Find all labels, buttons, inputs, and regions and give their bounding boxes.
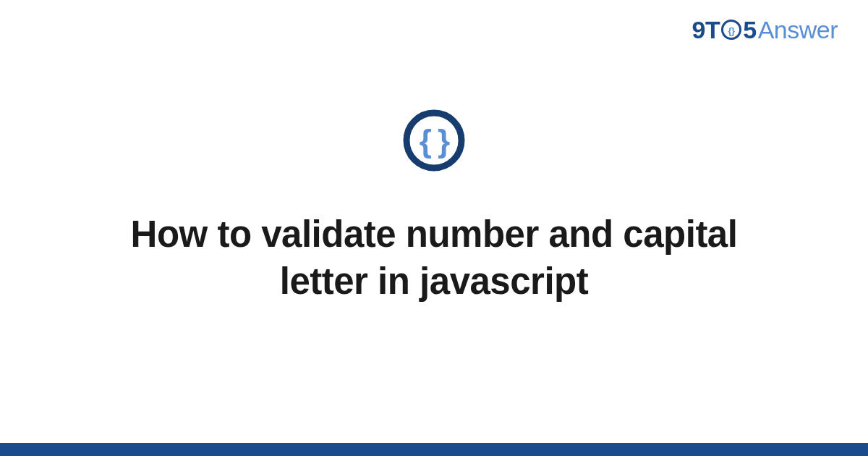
main-content: { } How to validate number and capital l… [0,0,868,456]
svg-text:{}: {} [728,25,736,36]
logo-braces-icon: {} [720,19,742,41]
braces-circle-icon: { } [401,108,467,176]
svg-text:{ }: { } [420,123,450,159]
site-header: 9T {} 5 Answer [692,16,838,44]
logo-text-5: 5 [743,16,756,44]
footer-accent-bar [0,443,868,456]
logo-text-9t: 9T [692,16,720,44]
page-title: How to validate number and capital lette… [123,211,745,305]
site-logo: 9T {} 5 Answer [692,16,838,44]
logo-text-answer: Answer [758,16,838,44]
